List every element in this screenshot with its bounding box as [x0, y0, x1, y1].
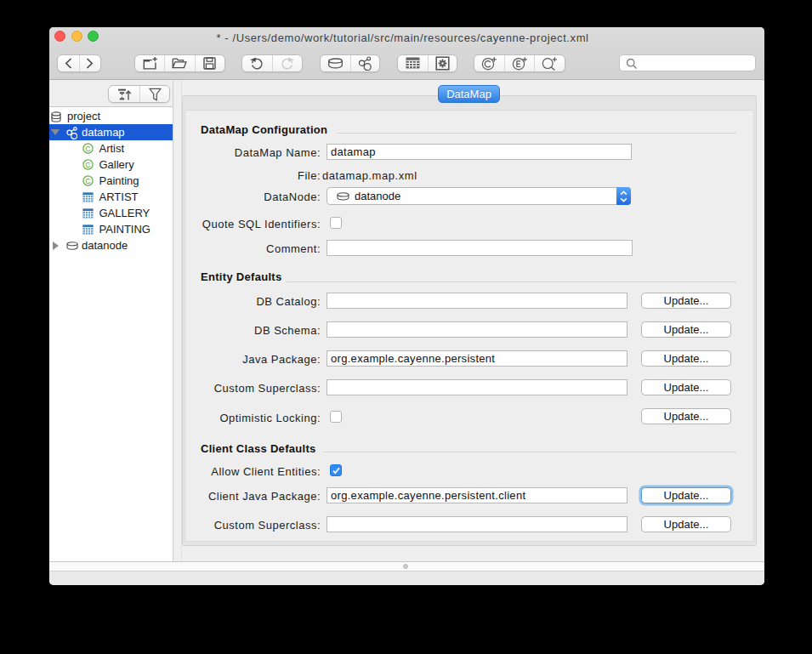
svg-text:C: C	[85, 161, 91, 169]
svg-text:C: C	[85, 177, 91, 185]
svg-text:C: C	[85, 145, 91, 153]
